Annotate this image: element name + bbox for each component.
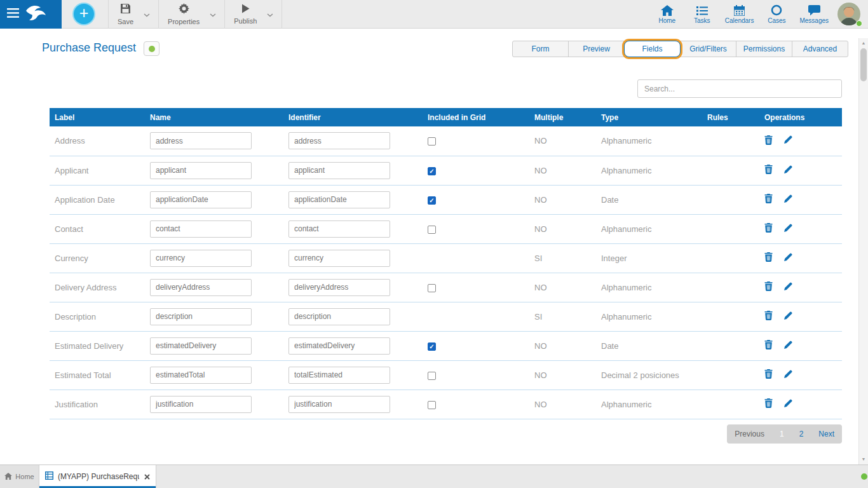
field-name-input[interactable] [150,250,252,267]
field-name-input[interactable] [150,279,252,296]
bottom-tab-home[interactable]: Home [0,465,39,488]
edit-field-icon[interactable] [783,341,792,351]
nav-home[interactable]: Home [655,4,679,24]
delete-field-icon[interactable] [764,194,773,205]
save-label: Save [118,18,133,25]
search-input[interactable] [637,79,842,98]
edit-field-icon[interactable] [783,311,792,322]
included-in-grid-checkbox[interactable]: ✓ [428,342,436,351]
delete-field-icon[interactable] [764,369,773,381]
properties-dropdown-button[interactable] [207,7,219,22]
field-identifier-input[interactable] [288,162,390,179]
menu-button[interactable] [0,8,22,20]
field-name-input[interactable] [150,220,252,238]
save-dropdown-button[interactable] [141,7,153,22]
delete-field-icon[interactable] [764,252,773,264]
pagination-page-2[interactable]: 2 [792,424,811,444]
field-name-input[interactable] [150,367,252,384]
field-name-input[interactable] [150,337,252,355]
edit-field-icon[interactable] [783,194,792,205]
user-avatar[interactable] [837,3,860,25]
field-rules [702,214,759,243]
field-type: Alphanumeric [596,156,702,185]
scrollbar-thumb[interactable] [860,48,867,81]
included-in-grid-checkbox[interactable] [428,137,436,146]
publish-dropdown-button[interactable] [264,7,276,22]
pagination-page-1[interactable]: 1 [772,424,792,444]
delete-field-icon[interactable] [764,281,773,293]
pagination-previous[interactable]: Previous [727,424,772,444]
column-header: Type [596,108,702,126]
nav-tasks[interactable]: Tasks [690,4,714,24]
field-identifier-input[interactable] [288,279,390,296]
tab-grid-filters[interactable]: Grid/Filters [680,41,736,57]
close-tab-icon[interactable] [144,474,150,480]
field-name-input[interactable] [150,132,252,149]
corner-status-dot [861,473,867,480]
app-logo[interactable] [22,4,48,24]
field-identifier-input[interactable] [288,396,390,413]
field-label: Application Date [50,185,145,214]
field-identifier-input[interactable] [288,367,390,384]
edit-field-icon[interactable] [783,282,792,293]
nav-calendars[interactable]: Calendars [725,4,754,24]
delete-field-icon[interactable] [764,135,773,147]
edit-field-icon[interactable] [783,370,792,381]
delete-field-icon[interactable] [764,398,773,410]
scroll-down-arrow-icon[interactable]: ▼ [859,455,868,464]
add-button[interactable]: + [72,3,95,25]
included-in-grid-checkbox[interactable] [428,401,436,409]
included-in-grid-checkbox[interactable] [428,372,436,380]
field-identifier-input[interactable] [288,337,390,355]
tab-form[interactable]: Form [512,41,569,57]
edit-field-icon[interactable] [783,399,792,410]
included-in-grid-checkbox[interactable]: ✓ [428,167,436,175]
save-button[interactable]: Save [114,2,137,27]
field-label: Estimated Delivery [50,331,145,360]
field-name-input[interactable] [150,396,252,413]
field-rules [702,156,759,185]
table-header-row: LabelNameIdentifierIncluded in GridMulti… [50,108,842,126]
bottom-tab-active[interactable]: (MYAPP) PurchaseRequest [39,465,156,488]
publish-group: Publish [225,0,281,29]
process-status-button[interactable] [144,41,159,56]
edit-field-icon[interactable] [783,165,792,176]
tab-permissions[interactable]: Permissions [736,41,792,57]
field-identifier-input[interactable] [288,250,390,267]
included-in-grid-checkbox[interactable]: ✓ [428,196,436,205]
field-name-input[interactable] [150,308,252,325]
field-rules [702,126,759,156]
field-identifier-input[interactable] [288,220,390,238]
field-identifier-input[interactable] [288,132,390,149]
field-label: Delivery Address [50,273,145,302]
field-name-input[interactable] [150,191,252,208]
delete-field-icon[interactable] [764,311,773,322]
online-status-dot [856,20,862,27]
scroll-up-arrow-icon[interactable]: ▲ [859,39,868,48]
nav-cases[interactable]: Cases [764,4,789,24]
edit-field-icon[interactable] [783,253,792,264]
vertical-scrollbar[interactable]: ▲ ▼ [858,38,868,464]
delete-field-icon[interactable] [764,165,773,176]
included-in-grid-checkbox[interactable] [428,284,436,292]
delete-field-icon[interactable] [764,223,773,234]
delete-field-icon[interactable] [764,340,773,351]
field-label: Justification [50,390,145,419]
properties-button[interactable]: Properties [165,2,203,27]
publish-button[interactable]: Publish [231,3,260,26]
tab-preview[interactable]: Preview [568,41,625,57]
tab-advanced[interactable]: Advanced [792,41,848,57]
field-name-input[interactable] [150,162,252,179]
tab-fields[interactable]: Fields [624,41,681,57]
nav-messages[interactable]: Messages [799,4,829,24]
edit-field-icon[interactable] [783,224,792,234]
tasks-icon [696,4,708,16]
pagination-next[interactable]: Next [811,424,842,444]
field-identifier-input[interactable] [288,308,390,325]
field-rules [702,243,759,273]
field-type: Alphanumeric [596,126,702,156]
edit-field-icon[interactable] [783,135,792,146]
included-in-grid-checkbox[interactable] [428,226,436,234]
field-identifier-input[interactable] [288,191,390,208]
publish-label: Publish [234,17,257,25]
